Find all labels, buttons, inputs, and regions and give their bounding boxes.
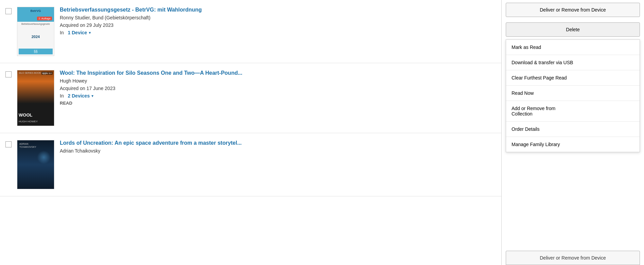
action-panel: Deliver or Remove from Device Delete Mar… <box>501 0 644 265</box>
book-info-1: Betriebsverfassungsgesetz - BetrVG: mit … <box>60 7 496 35</box>
book-author-3: Adrian Tchaikovsky <box>60 148 496 154</box>
book-title-1[interactable]: Betriebsverfassungsgesetz - BetrVG: mit … <box>60 7 496 13</box>
download-usb-menuitem[interactable]: Download & transfer via USB <box>506 55 640 70</box>
cover-3-author-top: ADRIAN TCHAIKOVSKY <box>19 142 36 148</box>
checkbox-col-2 <box>5 70 12 77</box>
page-container: BetrVG Betriebsverfassungsgesetz 2. Aufl… <box>0 0 644 265</box>
cover-1-subtitle: Betriebsverfassungsgesetz <box>21 23 50 25</box>
cover-col-3: ADRIAN TCHAIKOVSKY <box>17 140 54 189</box>
cover-2-title: WOOL <box>19 112 53 118</box>
book-device-link-1[interactable]: 1 Device ▼ <box>68 30 92 35</box>
book-read-badge-2: READ <box>60 101 496 106</box>
clear-page-menuitem[interactable]: Clear Furthest Page Read <box>506 70 640 86</box>
book-checkbox-1[interactable] <box>5 8 12 14</box>
book-cover-2: SILO SERIES BOOK ONE apple tv+ WOOL HUGH… <box>17 70 54 126</box>
checkbox-col-3 <box>5 140 12 147</box>
book-item-2: SILO SERIES BOOK ONE apple tv+ WOOL HUGH… <box>0 63 501 133</box>
book-acquired-1: Acquired on 29 July 2023 <box>60 22 496 28</box>
context-menu: Mark as Read Download & transfer via USB… <box>506 39 640 152</box>
book-title-2[interactable]: Wool: The Inspiration for Silo Seasons O… <box>60 70 496 76</box>
cover-2-author: HUGH HOWEY <box>19 120 38 123</box>
book-device-count-2: 2 Devices <box>68 93 90 99</box>
deliver-remove-btn-top[interactable]: Deliver or Remove from Device <box>506 3 640 17</box>
book-item-1: BetrVG Betriebsverfassungsgesetz 2. Aufl… <box>0 0 501 63</box>
book-device-count-1: 1 Device <box>68 30 87 35</box>
order-details-menuitem[interactable]: Order Details <box>506 122 640 137</box>
cover-col-2: SILO SERIES BOOK ONE apple tv+ WOOL HUGH… <box>17 70 54 126</box>
cover-1-year: 2024 <box>32 35 40 39</box>
book-checkbox-2[interactable] <box>5 71 12 77</box>
book-checkbox-3[interactable] <box>5 141 12 147</box>
caret-icon-2: ▼ <box>91 94 94 98</box>
book-devices-2: In 2 Devices ▼ <box>60 93 496 99</box>
manage-family-menuitem[interactable]: Manage Family Library <box>506 137 640 152</box>
cover-3-author1: ADRIAN <box>19 142 36 145</box>
checkbox-col-1 <box>5 7 12 14</box>
book-devices-1: In 1 Device ▼ <box>60 30 496 35</box>
read-now-menuitem[interactable]: Read Now <box>506 86 640 101</box>
cover-1-title: BetrVG <box>30 9 41 13</box>
book-devices-label-2: In <box>60 93 64 99</box>
cover-1-edition: 2. Auflage <box>37 17 52 20</box>
cover-3-dots <box>37 151 51 164</box>
book-title-3[interactable]: Lords of Uncreation: An epic space adven… <box>60 140 496 146</box>
book-devices-label-1: In <box>60 30 64 35</box>
deliver-remove-btn-bottom[interactable]: Deliver or Remove from Device <box>506 251 640 265</box>
add-collection-menuitem[interactable]: Add or Remove fromCollection <box>506 101 640 122</box>
cover-2-appletv: apple tv+ <box>41 72 53 75</box>
book-author-1: Ronny Studier, Bund (Gebietskörperschaft… <box>60 15 496 20</box>
book-item-3: ADRIAN TCHAIKOVSKY Lords of Uncreation: … <box>0 133 501 196</box>
mark-as-read-menuitem[interactable]: Mark as Read <box>506 40 640 55</box>
book-author-2: Hugh Howey <box>60 78 496 84</box>
book-cover-3: ADRIAN TCHAIKOVSKY <box>17 140 54 189</box>
book-cover-1: BetrVG Betriebsverfassungsgesetz 2. Aufl… <box>17 7 54 56</box>
cover-1-bottom: §§ <box>19 49 53 54</box>
book-info-2: Wool: The Inspiration for Silo Seasons O… <box>60 70 496 106</box>
cover-3-author2: TCHAIKOVSKY <box>19 145 36 148</box>
book-info-3: Lords of Uncreation: An epic space adven… <box>60 140 496 154</box>
delete-btn[interactable]: Delete <box>506 22 640 37</box>
book-acquired-2: Acquired on 17 June 2023 <box>60 86 496 91</box>
book-device-link-2[interactable]: 2 Devices ▼ <box>68 93 94 99</box>
cover-col-1: BetrVG Betriebsverfassungsgesetz 2. Aufl… <box>17 7 54 56</box>
book-list: BetrVG Betriebsverfassungsgesetz 2. Aufl… <box>0 0 501 265</box>
caret-icon-1: ▼ <box>88 31 91 35</box>
